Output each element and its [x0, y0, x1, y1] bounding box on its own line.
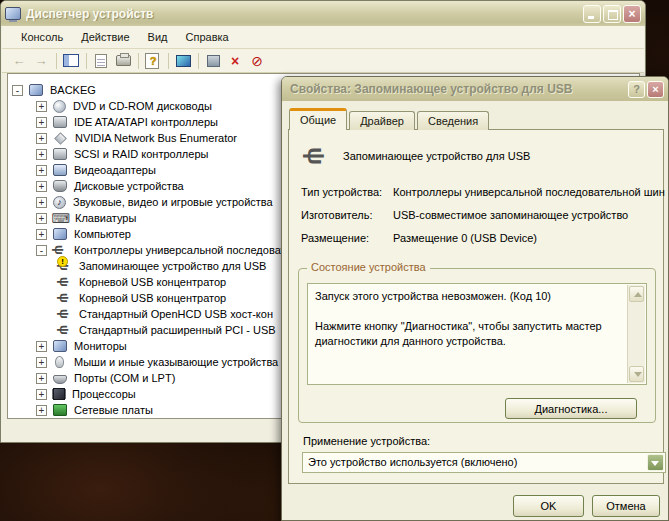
expander-icon[interactable]: +: [36, 405, 47, 416]
dialog-titlebar[interactable]: Свойства: Запоминающее устройство для US…: [282, 77, 668, 101]
field-manufacturer: Изготовитель: USB-совместимое запоминающ…: [301, 209, 653, 221]
ok-button[interactable]: OK: [513, 495, 584, 517]
menu-help[interactable]: Справка: [177, 28, 238, 46]
menu-action[interactable]: Действие: [72, 28, 138, 46]
update-driver-icon[interactable]: [204, 52, 222, 69]
cancel-button[interactable]: Отмена: [592, 495, 660, 517]
device-fields: Тип устройства: Контроллеры универсально…: [301, 186, 653, 255]
field-location: Размещение: Размещение 0 (USB Device): [301, 232, 653, 244]
tree-item-label: Корневой USB концентратор: [77, 276, 228, 288]
tab-page-general: ψ Запоминающее устройство для USB Тип ус…: [288, 129, 664, 484]
monitor-icon: [53, 340, 67, 352]
device-manager-icon: [5, 7, 21, 20]
expander-icon[interactable]: +: [36, 341, 47, 352]
expander-icon[interactable]: -: [12, 85, 23, 96]
help-icon: ?: [629, 82, 644, 97]
scsi-controller-icon: [53, 148, 67, 160]
expander-icon[interactable]: +: [36, 133, 47, 144]
maximize-button[interactable]: [603, 5, 621, 23]
tree-item-label: Мыши и иные указывающие устройства: [72, 356, 280, 368]
tab-details[interactable]: Сведения: [417, 111, 489, 130]
tab-strip: Общие Драйвер Сведения: [289, 108, 491, 130]
dialog-close-button[interactable]: ×: [647, 81, 664, 98]
combobox-value: Это устройство используется (включено): [308, 456, 643, 468]
mouse-icon: [55, 356, 64, 368]
status-line-2: Нажмите кнопку "Диагностика", чтобы запу…: [315, 319, 622, 349]
toolbar-separator: [56, 53, 57, 69]
usb-device-icon: ψ: [59, 323, 71, 337]
scroll-down-icon[interactable]: [629, 366, 644, 382]
expander-icon[interactable]: +: [36, 389, 47, 400]
field-label: Тип устройства:: [301, 186, 393, 198]
device-usage-label: Применение устройства:: [303, 435, 430, 447]
back-icon[interactable]: ←: [10, 52, 28, 69]
toolbar: ← → ? × ⊘: [2, 49, 644, 73]
forward-icon[interactable]: →: [32, 52, 50, 69]
window-title: Диспетчер устройств: [26, 7, 581, 21]
expander-icon[interactable]: +: [36, 117, 47, 128]
tree-item-label: Сетевые платы: [72, 404, 155, 416]
close-icon: ×: [624, 6, 640, 22]
groupbox-caption: Состояние устройства: [307, 261, 430, 273]
tree-item-label: Дисковые устройства: [72, 180, 186, 192]
device-header: ψ Запоминающее устройство для USB: [299, 142, 530, 170]
uninstall-icon[interactable]: ×: [226, 52, 244, 69]
close-icon: ×: [648, 82, 663, 97]
disable-icon[interactable]: ⊘: [248, 52, 266, 69]
usb-properties-dialog: Свойства: Запоминающее устройство для US…: [281, 76, 669, 521]
print-icon[interactable]: [114, 52, 132, 69]
chevron-down-icon[interactable]: [647, 454, 664, 471]
field-label: Изготовитель:: [301, 209, 393, 221]
toolbar-separator: [198, 53, 199, 69]
device-usage-combobox[interactable]: Это устройство используется (включено): [302, 452, 666, 473]
dialog-help-button[interactable]: ?: [628, 81, 645, 98]
usb-device-icon: ψ: [59, 291, 71, 305]
field-device-type: Тип устройства: Контроллеры универсально…: [301, 186, 653, 198]
tree-item-label: IDE ATA/ATAPI контроллеры: [72, 116, 220, 128]
main-titlebar[interactable]: Диспетчер устройств ×: [1, 1, 645, 26]
usb-controller-icon: ψ: [54, 243, 66, 257]
expander-icon[interactable]: +: [36, 197, 47, 208]
scan-hardware-icon[interactable]: [174, 52, 192, 69]
tree-item-label: Стандартный OpenHCD USB хост-кон: [77, 308, 275, 320]
expander-icon[interactable]: +: [36, 181, 47, 192]
diagnostics-button[interactable]: Диагностика...: [505, 398, 637, 419]
menu-view[interactable]: Вид: [139, 28, 177, 46]
expander-icon[interactable]: +: [36, 165, 47, 176]
tree-item-label: Запоминающее устройство для USB: [77, 260, 268, 272]
properties-icon[interactable]: [92, 52, 110, 69]
disk-drive-icon: [53, 180, 67, 192]
expander-icon[interactable]: +: [36, 101, 47, 112]
tree-item-label: Контроллеры универсальной последоват: [72, 244, 288, 256]
device-status-text[interactable]: Запуск этого устройства невозможен. (Код…: [307, 283, 647, 385]
expander-icon[interactable]: +: [36, 149, 47, 160]
tab-driver[interactable]: Драйвер: [349, 111, 415, 130]
show-console-tree-icon[interactable]: [62, 52, 80, 69]
usb-device-icon: ψ!: [59, 259, 71, 273]
tree-item-label: Звуковые, видео и игровые устройства: [71, 196, 275, 208]
tree-item-label: Порты (COM и LPT): [72, 372, 177, 384]
port-icon: [53, 375, 67, 384]
nvidia-enumerator-icon: [54, 132, 67, 145]
close-button[interactable]: ×: [623, 5, 641, 23]
ide-controller-icon: [53, 116, 67, 128]
field-value: Размещение 0 (USB Device): [393, 232, 653, 244]
network-adapter-icon: [53, 404, 67, 416]
scroll-up-icon[interactable]: [629, 286, 644, 302]
expander-icon[interactable]: +: [36, 213, 47, 224]
status-scrollbar[interactable]: [627, 285, 645, 383]
status-line-1: Запуск этого устройства невозможен. (Код…: [315, 289, 622, 304]
expander-icon[interactable]: +: [36, 357, 47, 368]
tree-item-label: DVD и CD-ROM дисководы: [71, 100, 214, 112]
sound-device-icon: ♪: [53, 196, 66, 209]
expander-icon[interactable]: +: [36, 229, 47, 240]
menu-console[interactable]: Консоль: [12, 28, 72, 46]
expander-icon[interactable]: -: [36, 245, 47, 256]
help-icon[interactable]: ?: [144, 52, 162, 69]
video-adapter-icon: [53, 164, 67, 176]
minimize-button[interactable]: [583, 5, 601, 23]
keyboard-icon: ⌨: [53, 212, 68, 224]
expander-icon[interactable]: +: [36, 373, 47, 384]
tab-general[interactable]: Общие: [289, 108, 347, 130]
usb-device-icon: ψ: [59, 275, 71, 289]
